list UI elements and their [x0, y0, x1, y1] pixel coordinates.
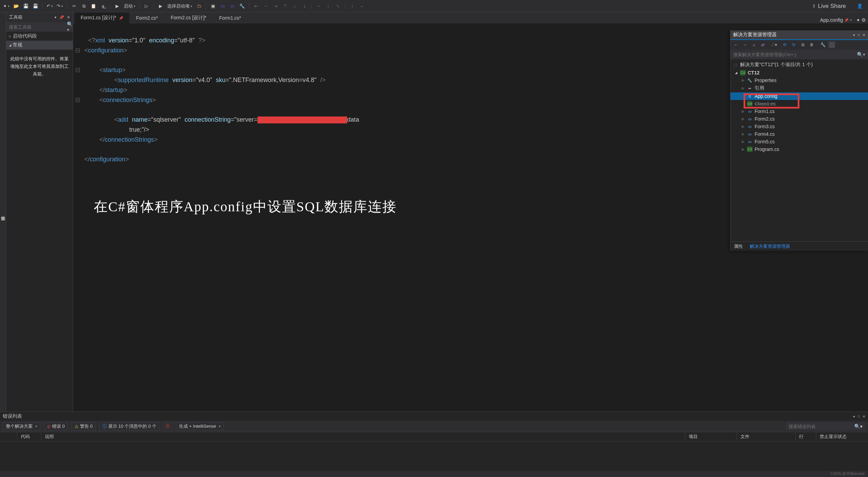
- tab-form2-cs[interactable]: Form2.cs*: [130, 12, 164, 23]
- warnings-filter[interactable]: ⚠警告 0: [71, 422, 96, 430]
- col-icon[interactable]: [0, 432, 17, 441]
- new-item-dropdown[interactable]: ✦: [2, 2, 11, 10]
- liveshare-button[interactable]: Live Share: [818, 3, 846, 10]
- references-node[interactable]: ▷▪▪引用: [730, 84, 868, 92]
- col-line[interactable]: 行: [796, 432, 816, 441]
- layout-icon1[interactable]: ▭: [219, 2, 227, 10]
- save-icon[interactable]: 💾: [22, 2, 30, 10]
- solution-tab[interactable]: 解决方案资源管理器: [746, 242, 794, 251]
- back-icon[interactable]: ←: [733, 41, 739, 48]
- panel-dropdown-icon[interactable]: ▾: [853, 415, 855, 418]
- clear-filter-icon[interactable]: ⓧ: [163, 422, 172, 430]
- solution-root[interactable]: ⬚解决方案"CT12"(1 个项目/共 1 个): [730, 61, 868, 69]
- toolbox-close-icon[interactable]: ✕: [67, 15, 70, 20]
- size-both-icon[interactable]: ⤡: [334, 2, 342, 10]
- col-code[interactable]: 代码: [17, 432, 41, 441]
- messages-filter[interactable]: ⓘ展示 10 个消息中的 0 个: [99, 422, 160, 430]
- program-node[interactable]: ▷C#Program.cs: [730, 145, 868, 153]
- switch-views-icon[interactable]: ⇄: [759, 41, 766, 48]
- form2-node[interactable]: ▷▭Form2.cs: [730, 115, 868, 123]
- sync-icon[interactable]: ☄▾: [770, 41, 777, 48]
- collapse-icon[interactable]: ↻: [790, 41, 797, 48]
- pin-icon[interactable]: 📌: [119, 16, 123, 20]
- tab-settings-icon[interactable]: ⚙: [861, 17, 866, 23]
- appconfig-node[interactable]: 🗎App.config: [730, 92, 868, 100]
- properties-tab[interactable]: 属性: [730, 242, 746, 251]
- panel-maximize-icon[interactable]: □: [858, 415, 860, 418]
- forward-icon[interactable]: →: [741, 41, 748, 48]
- form1-node[interactable]: ▷▭Form1.cs: [730, 108, 868, 115]
- search-icon[interactable]: 🔍▾: [854, 424, 862, 429]
- form-icon: ▭: [747, 116, 753, 122]
- tab-overflow-icon[interactable]: ▾: [857, 17, 859, 23]
- undo-icon[interactable]: ↶: [46, 2, 54, 10]
- tab-form1-cs[interactable]: Form1.cs*: [213, 12, 248, 23]
- launch-target-icon[interactable]: ▶: [157, 2, 165, 10]
- tab-form2-design[interactable]: Form2.cs [设计]*: [164, 12, 213, 23]
- search-icon[interactable]: 🔍▾: [67, 21, 73, 32]
- paste-icon[interactable]: 📋: [89, 2, 98, 10]
- panel-dropdown-icon[interactable]: ▾: [853, 33, 855, 37]
- properties-icon[interactable]: 🔧: [819, 41, 826, 48]
- form4-node[interactable]: ▷▭Form4.cs: [730, 130, 868, 138]
- errors-filter[interactable]: ⊘错误 0: [44, 422, 68, 430]
- redo-icon[interactable]: ↷: [55, 2, 64, 10]
- panel-close-icon[interactable]: ✕: [862, 33, 865, 37]
- form3-node[interactable]: ▷▭Form3.cs: [730, 123, 868, 130]
- toolbox-group-general[interactable]: ◢常规: [6, 41, 73, 50]
- left-dock-strip[interactable]: 数据源: [0, 12, 6, 412]
- active-file-tab[interactable]: App.config 📌 ✕: [817, 17, 855, 23]
- size-v-icon[interactable]: ↕: [324, 2, 332, 10]
- folder-icon[interactable]: 🗀: [195, 2, 203, 10]
- cut-icon[interactable]: ✂: [70, 2, 78, 10]
- build-dropdown[interactable]: 生成 + IntelliSense: [176, 422, 224, 430]
- vspace-icon[interactable]: ⫠: [357, 2, 366, 10]
- scope-dropdown[interactable]: 整个解决方案: [3, 422, 40, 430]
- home-icon[interactable]: ⌂: [750, 41, 757, 48]
- project-node[interactable]: ◢C#CT12: [730, 69, 868, 77]
- panel-maximize-icon[interactable]: □: [858, 33, 860, 37]
- hspace-icon[interactable]: ⫞: [348, 2, 356, 10]
- config-file-icon: 🗎: [747, 93, 753, 99]
- toolbox-dropdown-icon[interactable]: ▾: [54, 15, 57, 20]
- solution-search-input[interactable]: [733, 52, 857, 57]
- refresh-icon[interactable]: ⟳: [781, 41, 788, 48]
- preview-icon[interactable]: 🗎: [808, 41, 815, 48]
- form5-node[interactable]: ▷▭Form5.cs: [730, 138, 868, 145]
- start-noDebug-icon[interactable]: ▷: [142, 2, 151, 10]
- save-all-icon[interactable]: 💾: [31, 2, 40, 10]
- toolbox-search-input[interactable]: [9, 24, 67, 30]
- start-icon[interactable]: ▶: [113, 2, 121, 10]
- align-center-icon[interactable]: ↔: [262, 2, 270, 10]
- align-bot-icon[interactable]: ⇣: [300, 2, 309, 10]
- wrench-icon[interactable]: 🔧: [238, 2, 246, 10]
- align-top-icon[interactable]: ⇡: [281, 2, 289, 10]
- toolbox-group-snippets[interactable]: ▷启动代码段: [6, 32, 73, 41]
- open-file-icon[interactable]: 📂: [12, 2, 20, 10]
- panel-close-icon[interactable]: ✕: [862, 415, 865, 418]
- properties-node[interactable]: ▷🔧Properties: [730, 77, 868, 84]
- col-project[interactable]: 项目: [685, 432, 737, 441]
- launch-project-dropdown[interactable]: 选择启动项: [166, 2, 193, 10]
- liveshare-icon[interactable]: ⇪: [812, 3, 816, 9]
- align-mid-icon[interactable]: ↕: [291, 2, 299, 10]
- tab-form1-design[interactable]: Form1.cs [设计]*📌: [74, 12, 130, 23]
- show-all-icon[interactable]: ⧉: [799, 41, 806, 48]
- account-icon[interactable]: 👤: [857, 3, 862, 9]
- toolbox-pin-icon[interactable]: 📌: [59, 15, 64, 20]
- align-right-icon[interactable]: ⇥: [271, 2, 280, 10]
- class1-node[interactable]: C#Class1.cs: [730, 100, 868, 108]
- col-suppress[interactable]: 禁止显示状态: [816, 432, 868, 441]
- layout-icon2[interactable]: ▭: [228, 2, 236, 10]
- format-icon[interactable]: a͟: [99, 2, 107, 10]
- size-h-icon[interactable]: ↔: [314, 2, 323, 10]
- col-desc[interactable]: 说明: [41, 432, 685, 441]
- search-icon[interactable]: 🔍▾: [857, 52, 865, 57]
- align-left-icon[interactable]: ⇤: [252, 2, 260, 10]
- col-file[interactable]: 文件: [737, 432, 796, 441]
- error-search-input[interactable]: [789, 424, 854, 429]
- settings-icon[interactable]: ⬚: [828, 41, 835, 48]
- prop-window-icon[interactable]: ▣: [209, 2, 217, 10]
- copy-icon[interactable]: ⧉: [80, 2, 88, 10]
- start-button[interactable]: 启动: [123, 2, 137, 10]
